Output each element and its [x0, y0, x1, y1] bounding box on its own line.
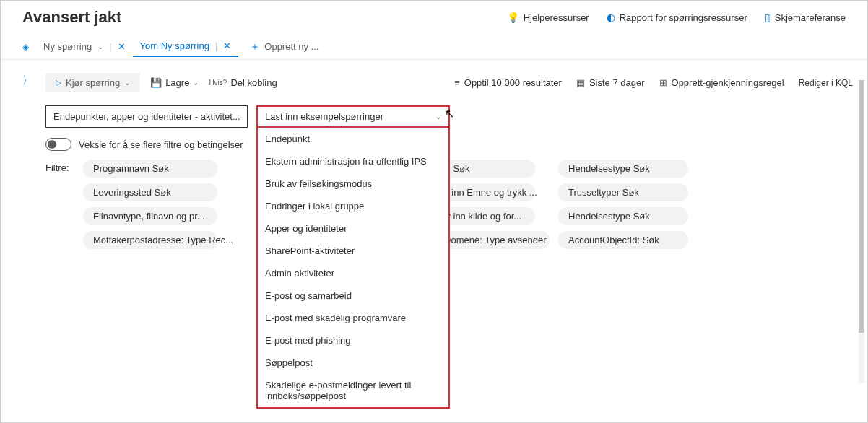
toggle-knob: [48, 140, 56, 149]
scrollbar-thumb[interactable]: [859, 80, 864, 333]
share-badge: Hvis?: [209, 79, 227, 87]
tab-label: Yom Ny spørring: [140, 40, 209, 51]
dropdown-item[interactable]: SharePoint-aktiviteter: [258, 240, 448, 262]
dropdown-item[interactable]: Ekstern administrasjon fra offentlig IPS: [258, 150, 448, 173]
dropdown-item[interactable]: Søppelpost: [258, 352, 448, 374]
rule-icon: ⊞: [659, 77, 667, 88]
tabs-bar: ◈ Ny spørring ⌄ | ✕ Yom Ny spørring | ✕ …: [1, 34, 867, 60]
rule-label: Opprett-gjenkjenningsregel: [672, 77, 784, 88]
results-label: Opptil 10 000 resultater: [464, 77, 562, 88]
sample-queries-dropdown[interactable]: Last inn eksempelspørringer ⌄ ↖ Endepunk…: [256, 105, 450, 128]
toggle-label: Veksle for å se flere filtre og betingel…: [79, 139, 243, 150]
filter-pill[interactable]: Hendelsestype Søk: [558, 207, 688, 225]
play-icon: ▷: [56, 78, 61, 87]
dropdown-item[interactable]: Admin aktiviteter: [258, 262, 448, 284]
chevron-down-icon: ⌄: [97, 43, 103, 51]
dropdown-item[interactable]: Apper og identiteter: [258, 217, 448, 240]
chevron-down-icon: ⌄: [435, 113, 441, 121]
filter-pill[interactable]: Mottakerpostadresse: Type Rec...: [83, 231, 217, 249]
kql-label: Rediger i KQL: [799, 78, 853, 88]
report-label: Rapport for spørringsressurser: [620, 12, 747, 23]
scrollbar[interactable]: [859, 80, 864, 383]
dropdown-item[interactable]: Bruk av feilsøkingsmodus: [258, 173, 448, 195]
lightbulb-icon: 💡: [507, 12, 519, 23]
save-icon: 💾: [150, 77, 162, 88]
dropdown-list: Endepunkt Ekstern administrasjon fra off…: [256, 128, 450, 409]
tabs-icon: ◈: [22, 42, 29, 52]
timerange-label: Siste 7 dager: [589, 77, 645, 88]
expand-panel-icon[interactable]: 〉: [22, 74, 32, 87]
create-new-tab[interactable]: ＋ Opprett ny ...: [250, 40, 318, 53]
filter-pill[interactable]: Domene: Type avsender: [434, 231, 550, 249]
book-icon: ▯: [765, 12, 771, 23]
dropdown-item[interactable]: E-post med phishing: [258, 329, 448, 352]
list-icon: ≡: [454, 77, 460, 88]
filter-pill[interactable]: Hendelsestype Søk: [558, 160, 688, 178]
filter-pill[interactable]: Programnavn Søk: [83, 160, 217, 178]
dropdown-item[interactable]: Skadelige e-postmeldinger levert til inn…: [258, 374, 448, 407]
tab-new-query-1[interactable]: Ny spørring ⌄ | ✕: [36, 37, 133, 56]
filter-pill[interactable]: Trusseltyper Søk: [558, 183, 688, 201]
dropdown-label: Last inn eksempelspørringer: [265, 111, 383, 122]
filters-label: Filtre:: [45, 160, 76, 249]
activity-filter-input[interactable]: [45, 105, 248, 128]
query-resources-report-link[interactable]: ◐ Rapport for spørringsressurser: [607, 12, 747, 23]
new-tab-label: Opprett ny ...: [264, 41, 318, 52]
run-query-button[interactable]: ▷ Kjør spørring ⌄: [45, 73, 140, 92]
dropdown-item[interactable]: E-post med skadelig programvare: [258, 307, 448, 329]
chart-icon: ◐: [607, 12, 615, 23]
filter-pill[interactable]: AccountObjectId: Søk: [558, 231, 688, 249]
schema-label: Skjemareferanse: [775, 12, 846, 23]
dropdown-trigger[interactable]: Last inn eksempelspørringer ⌄: [256, 105, 450, 128]
time-range[interactable]: ▦ Siste 7 dager: [576, 77, 645, 88]
help-label: Hjelperessurser: [524, 12, 589, 23]
divider: |: [109, 41, 111, 52]
header-links: 💡 Hjelperessurser ◐ Rapport for spørring…: [507, 12, 846, 23]
results-limit[interactable]: ≡ Opptil 10 000 resultater: [454, 77, 562, 88]
close-icon[interactable]: ✕: [118, 41, 126, 52]
calendar-icon: ▦: [576, 77, 585, 88]
tab-label: Ny spørring: [43, 41, 92, 52]
chevron-down-icon: ⌄: [193, 79, 199, 87]
divider: |: [215, 40, 217, 51]
share-link-button[interactable]: Hvis? Del kobling: [209, 77, 277, 88]
page-title: Avansert jakt: [22, 8, 121, 27]
create-detection-rule[interactable]: ⊞ Opprett-gjenkjenningsregel: [659, 77, 784, 88]
more-filters-toggle[interactable]: [45, 138, 71, 151]
dropdown-item[interactable]: Endepunkt: [258, 128, 448, 150]
toolbar: ▷ Kjør spørring ⌄ 💾 Lagre ⌄ Hvis? Del ko…: [45, 73, 867, 92]
tab-new-query-2[interactable]: Yom Ny spørring | ✕: [133, 36, 239, 57]
run-label: Kjør spørring: [66, 77, 120, 88]
plus-icon: ＋: [250, 40, 260, 53]
schema-reference-link[interactable]: ▯ Skjemareferanse: [765, 12, 846, 23]
dropdown-item[interactable]: E-post og samarbeid: [258, 284, 448, 307]
save-button[interactable]: 💾 Lagre ⌄: [150, 77, 199, 88]
dropdown-item[interactable]: Endringer i lokal gruppe: [258, 195, 448, 217]
filter-pill[interactable]: Filnavntype, filnavn og pr...: [83, 207, 217, 225]
help-resources-link[interactable]: 💡 Hjelperessurser: [507, 12, 589, 23]
filter-pill[interactable]: Leveringssted Søk: [83, 183, 217, 201]
chevron-down-icon: ⌄: [124, 79, 130, 87]
save-label: Lagre: [165, 77, 189, 88]
share-label: Del kobling: [230, 77, 277, 88]
cursor-icon: ↖: [445, 107, 454, 121]
close-icon[interactable]: ✕: [223, 40, 231, 51]
edit-in-kql[interactable]: Rediger i KQL: [799, 78, 853, 88]
